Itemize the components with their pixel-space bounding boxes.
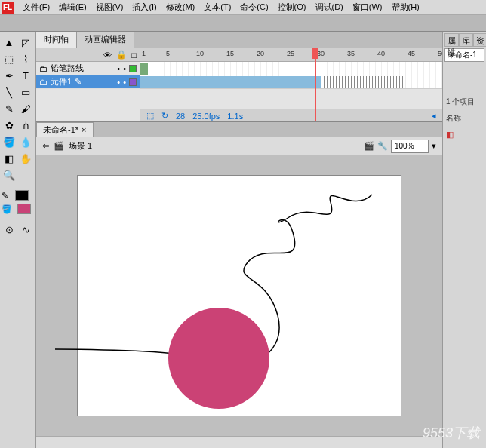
scene-icon: 🎬 <box>54 141 64 151</box>
pencil-indicator-icon: ✎ <box>75 77 82 87</box>
menu-file[interactable]: 文件(F) <box>18 2 54 13</box>
watermark: 9553下载 <box>423 424 480 442</box>
lock-icon[interactable]: 🔒 <box>116 50 127 60</box>
track-pencil[interactable] <box>140 62 442 75</box>
line-tool[interactable]: ╲ <box>2 84 17 100</box>
menu-command[interactable]: 命令(C) <box>235 2 272 13</box>
pencil-tool[interactable]: ✎ <box>2 101 17 116</box>
toolbar <box>0 15 486 32</box>
option-snap[interactable]: ⊙ <box>2 222 17 237</box>
layer-header: 👁 🔒 □ <box>36 48 140 62</box>
stroke-color-swatch[interactable] <box>15 190 29 201</box>
fill-color-swatch[interactable] <box>17 204 31 214</box>
layer-name: 元件1 <box>51 76 72 87</box>
fps: 25.0fps <box>192 112 220 121</box>
layer-name: 铅笔路线 <box>51 63 84 74</box>
layer-row-pencil[interactable]: 🗀 铅笔路线 •• <box>36 62 140 75</box>
stage[interactable] <box>77 175 401 416</box>
stage-wrap <box>36 155 442 436</box>
tween-span[interactable] <box>140 76 321 88</box>
pencil-color-icon: ✎ <box>2 191 8 201</box>
menu-insert[interactable]: 插入(I) <box>128 2 161 13</box>
layer-color-swatch <box>129 78 137 86</box>
menu-debug[interactable]: 调试(D) <box>311 2 348 13</box>
zoom-input[interactable]: 100% <box>391 140 429 153</box>
close-icon[interactable]: × <box>82 125 86 134</box>
edit-scene-icon[interactable]: 🎬 <box>364 141 374 151</box>
bone-tool[interactable]: ⋔ <box>18 118 33 133</box>
eyedropper-tool[interactable]: 💧 <box>18 134 33 149</box>
col-header-name: 名称 <box>444 110 484 127</box>
item-count: 1 个项目 <box>444 94 484 110</box>
text-tool[interactable]: T <box>18 68 33 83</box>
menu-window[interactable]: 窗口(W) <box>348 2 387 13</box>
menu-control[interactable]: 控制(O) <box>273 2 311 13</box>
option-smooth[interactable]: ∿ <box>18 222 33 237</box>
tab-library[interactable]: 库 <box>459 33 473 47</box>
free-transform-tool[interactable]: ⬚ <box>2 51 17 66</box>
timeline-status: ⬚ ↻ 28 25.0fps 1.1s ◂ <box>140 109 442 121</box>
playhead[interactable] <box>312 48 318 59</box>
onion-icon[interactable]: ⬚ <box>146 111 154 121</box>
back-icon[interactable]: ⇦ <box>42 141 49 151</box>
track-empty <box>321 76 404 88</box>
menu-help[interactable]: 帮助(H) <box>387 2 424 13</box>
edit-symbol-icon[interactable]: 🔧 <box>377 141 388 151</box>
symbol-icon[interactable]: ◧ <box>446 130 454 140</box>
playhead-line <box>315 59 316 121</box>
track-symbol[interactable] <box>140 75 442 89</box>
pen-tool[interactable]: ✒ <box>2 68 17 83</box>
right-panel: 属性 库 资 未命名-1 1 个项目 名称 ◧ <box>442 32 486 448</box>
rectangle-tool[interactable]: ▭ <box>18 84 33 100</box>
zoom-tool[interactable]: 🔍 <box>2 167 17 183</box>
tab-timeline[interactable]: 时间轴 <box>36 32 77 48</box>
library-doc-select[interactable]: 未命名-1 <box>444 48 484 62</box>
layer-icon: 🗀 <box>39 78 48 87</box>
layer-color-swatch <box>129 65 137 72</box>
outline-icon[interactable]: □ <box>131 51 137 60</box>
elapsed: 1.1s <box>227 112 243 121</box>
lasso-tool[interactable]: ⌇ <box>18 51 33 66</box>
frame-number: 28 <box>176 112 185 121</box>
scene-name: 场景 1 <box>69 140 92 152</box>
menubar: FL 文件(F) 编辑(E) 视图(V) 插入(I) 修改(M) 文本(T) 命… <box>0 0 486 15</box>
tab-anim-editor[interactable]: 动画编辑器 <box>77 32 134 48</box>
scroll-left-icon[interactable]: ◂ <box>432 111 436 121</box>
loop-icon[interactable]: ↻ <box>161 111 168 121</box>
eraser-tool[interactable]: ◧ <box>2 151 17 166</box>
document-tabs: 未命名-1* × <box>36 122 442 137</box>
menu-edit[interactable]: 编辑(E) <box>54 2 91 13</box>
panel-tabs: 时间轴 动画编辑器 <box>36 32 442 48</box>
tab-properties[interactable]: 属性 <box>444 33 459 47</box>
circle-symbol[interactable] <box>168 308 269 409</box>
paint-bucket-tool[interactable]: 🪣 <box>2 134 17 149</box>
timeline-panel: 👁 🔒 □ 🗀 铅笔路线 •• 🗀 元件1 ✎ •• <box>36 48 442 122</box>
horizontal-scrollbar[interactable] <box>36 436 442 448</box>
menu-modify[interactable]: 修改(M) <box>161 2 200 13</box>
menu-text[interactable]: 文本(T) <box>199 2 235 13</box>
keyframe-span[interactable] <box>140 63 148 75</box>
bucket-color-icon: 🪣 <box>2 204 12 214</box>
zoom-dropdown-icon[interactable]: ▾ <box>432 141 436 151</box>
layer-icon: 🗀 <box>39 64 48 73</box>
subselect-tool[interactable]: ◸ <box>18 35 33 50</box>
selection-tool[interactable]: ▲ <box>2 35 17 50</box>
brush-tool[interactable]: 🖌 <box>18 101 33 116</box>
scene-bar: ⇦ 🎬 场景 1 🎬 🔧 100% ▾ <box>36 137 442 155</box>
app-logo: FL <box>2 2 14 14</box>
timeline-ruler[interactable]: 1 5 10 15 20 25 30 35 40 45 50 55 <box>140 48 442 62</box>
tab-assets[interactable]: 资 <box>473 33 486 47</box>
menu-view[interactable]: 视图(V) <box>91 2 128 13</box>
layer-row-symbol[interactable]: 🗀 元件1 ✎ •• <box>36 75 140 89</box>
hand-tool[interactable]: ✋ <box>18 151 33 166</box>
toolbox: ▲ ◸ ⬚ ⌇ ✒ T ╲ ▭ ✎ 🖌 ✿ ⋔ 🪣 💧 ◧ ✋ 🔍 ✎ 🪣 <box>0 32 36 448</box>
deco-tool[interactable]: ✿ <box>2 118 17 133</box>
document-tab[interactable]: 未命名-1* × <box>36 122 94 138</box>
eye-icon[interactable]: 👁 <box>103 51 112 60</box>
